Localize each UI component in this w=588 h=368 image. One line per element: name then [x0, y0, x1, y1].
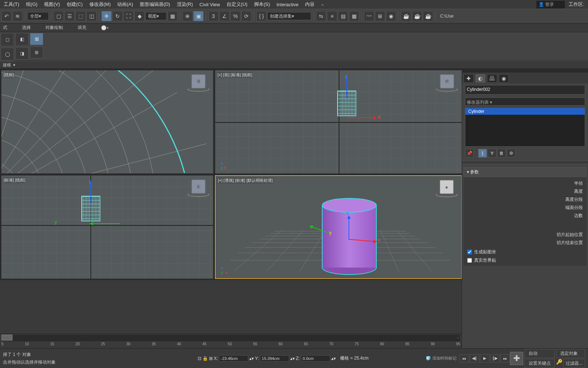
menu-tools[interactable]: 工具(T) [4, 1, 19, 8]
rib-poly-button[interactable]: ▢ [1, 33, 14, 46]
menu-modifiers[interactable]: 修改器(M) [89, 1, 111, 8]
menu-render[interactable]: 渲染(R) [177, 1, 193, 8]
viewcube-front[interactable]: 前 [440, 74, 454, 89]
params-header[interactable]: ▾ 参数 [464, 167, 587, 177]
set-key-big-button[interactable]: ✚ [510, 352, 523, 365]
goto-end-button[interactable]: ⏭ [500, 354, 510, 363]
rib-sphere-button[interactable]: ◯ [1, 48, 14, 61]
snap3-button[interactable]: 3 [208, 11, 219, 21]
menu-group[interactable]: 组(G) [26, 1, 38, 8]
goto-start-button[interactable]: ⏮ [459, 354, 469, 363]
vp-label-left[interactable]: [标准] [线框] [3, 177, 26, 183]
schematic-button[interactable]: ⊞ [375, 11, 385, 21]
orbit-ring-2[interactable] [436, 87, 458, 92]
scope-dropdown[interactable]: 全部 ▾ [27, 12, 49, 20]
snap-button[interactable]: ⊕ [182, 11, 193, 21]
rectselect-button[interactable]: ⬚ [75, 11, 86, 21]
menu-content[interactable]: 内容 [305, 1, 315, 8]
viewcube-top[interactable]: 顶 [191, 74, 206, 89]
menu-view[interactable]: 视图(V) [44, 1, 60, 8]
vp-label-persp[interactable]: [+] [透视] [标准] [默认明暗处理] [217, 177, 273, 184]
vp-label-top[interactable]: [线框] [3, 72, 15, 78]
layer2-button[interactable]: ▦ [349, 11, 359, 21]
rib-b3[interactable]: ▦ [30, 33, 43, 45]
menu-animation[interactable]: 动画(A) [117, 1, 133, 8]
stack-item-cylinder[interactable]: Cylinder [465, 108, 585, 115]
tab-modify[interactable]: ◐ [475, 74, 485, 83]
select-button[interactable]: ▢ [53, 11, 64, 21]
align-button[interactable]: ≡ [327, 11, 337, 21]
selectname-button[interactable]: ☰ [64, 11, 75, 21]
subtab-mode[interactable]: 式 [3, 25, 7, 31]
orbit-ring-3[interactable] [187, 192, 209, 197]
prev-frame-button[interactable]: ◀∥ [470, 354, 479, 363]
modifier-stack[interactable]: Cylinder [465, 108, 585, 147]
sel-obj-button[interactable]: 选定对象 [556, 349, 585, 358]
tab-motion[interactable]: ◉ [499, 74, 509, 83]
orbit-ring-1[interactable] [187, 87, 209, 92]
vp-label-front[interactable]: [+] [前] [标准] [线框] [217, 72, 253, 78]
pin-stack-button[interactable]: 📌 [465, 149, 474, 158]
show-end-button[interactable]: ∥ [478, 149, 487, 158]
remove-button[interactable]: 🗑 [497, 149, 506, 158]
menu-grapheditor[interactable]: 图形编辑器(D) [140, 1, 170, 8]
snap2-button[interactable]: ▣ [193, 11, 204, 21]
menu-create[interactable]: 创建(C) [67, 1, 83, 8]
curve-button[interactable]: { } [256, 11, 267, 21]
next-frame-button[interactable]: ∥▶ [490, 354, 500, 363]
auto-key-button[interactable]: 自动 [525, 349, 555, 358]
rotate-button[interactable]: ↻ [112, 11, 123, 21]
curve-ed-button[interactable]: 〰 [364, 11, 374, 21]
key-filter-button[interactable]: 过滤器... [563, 359, 585, 368]
render-button[interactable]: ☕ [423, 11, 433, 21]
rib-b2[interactable]: ◨ [15, 47, 29, 60]
viewcube-persp[interactable]: ◈ [439, 180, 454, 194]
pivot-button[interactable]: ▦ [167, 11, 178, 21]
mirror-button[interactable]: ⇆ [316, 11, 326, 21]
menu-customize[interactable]: 自定义(U) [227, 1, 248, 8]
tab-hierarchy[interactable]: 品 [487, 74, 497, 83]
time-slider-track[interactable]: › [1, 335, 460, 341]
add-time-tag[interactable]: 添加时间标记 [432, 356, 457, 361]
spinsnap-button[interactable]: ⟳ [241, 11, 252, 21]
move-button[interactable]: ✥ [101, 11, 112, 21]
z-input[interactable]: 0.0cm [301, 355, 330, 362]
config-button[interactable]: ⚙ [507, 149, 516, 158]
undo-button[interactable]: ↶ [1, 11, 12, 21]
real-world-checkbox[interactable]: 真实世界贴 [467, 257, 583, 264]
set-key-button[interactable]: 设置关键点 [525, 359, 555, 368]
unique-button[interactable]: ∀ [488, 149, 496, 158]
tab-create[interactable]: ✚ [464, 74, 474, 83]
x-input[interactable]: -23.46cm [219, 355, 248, 362]
menu-interactive[interactable]: Interactive [276, 2, 298, 7]
scale-button[interactable]: ⛶ [123, 11, 134, 21]
redo-button[interactable]: ≋ [12, 11, 23, 21]
viewcube-left[interactable]: 左 [191, 179, 206, 194]
subtab-fill[interactable]: 填充 [78, 25, 86, 31]
login-box[interactable]: 👤 登录 [536, 1, 565, 8]
time-slider[interactable] [1, 335, 12, 341]
material-button[interactable]: ◉ [386, 11, 396, 21]
modifier-list-dropdown[interactable]: 修改器列表 ▾ [465, 97, 585, 106]
window-button[interactable]: ◫ [86, 11, 97, 21]
viewport-top[interactable]: [线框] 顶 [1, 70, 213, 174]
pctsnap-button[interactable]: % [230, 11, 241, 21]
viewport-front[interactable]: z x z y x [+] [前] [标准] [线框] 前 [215, 70, 462, 174]
rib-b1[interactable]: ◧ [15, 33, 29, 46]
orbit-ring-4[interactable] [436, 193, 458, 197]
menu-civilview[interactable]: Civil View [200, 2, 220, 7]
coord-dropdown[interactable]: 视图 ▾ [145, 12, 167, 20]
subtab-objpaint[interactable]: 对象绘制 [45, 25, 63, 31]
y-input[interactable]: 15.394cm [260, 355, 289, 362]
place-button[interactable]: ◆ [134, 11, 145, 21]
subtab-select[interactable]: 选择 [22, 25, 31, 31]
render-setup-button[interactable]: ☕ [401, 11, 411, 21]
play-button[interactable]: ▶ [480, 354, 490, 363]
anglesnap-button[interactable]: ∠ [219, 11, 230, 21]
viewport-perspective[interactable]: z x y z y x [+] [透视] [标准] [默认明暗处理] ◈ [215, 175, 462, 279]
layer-button[interactable]: ▤ [338, 11, 348, 21]
render-frame-button[interactable]: ☕ [412, 11, 422, 21]
object-name-field[interactable]: Cylinder002 [465, 85, 585, 95]
menu-script[interactable]: 脚本(S) [254, 1, 270, 8]
gen-uv-checkbox[interactable]: 生成贴图坐 [467, 249, 583, 255]
